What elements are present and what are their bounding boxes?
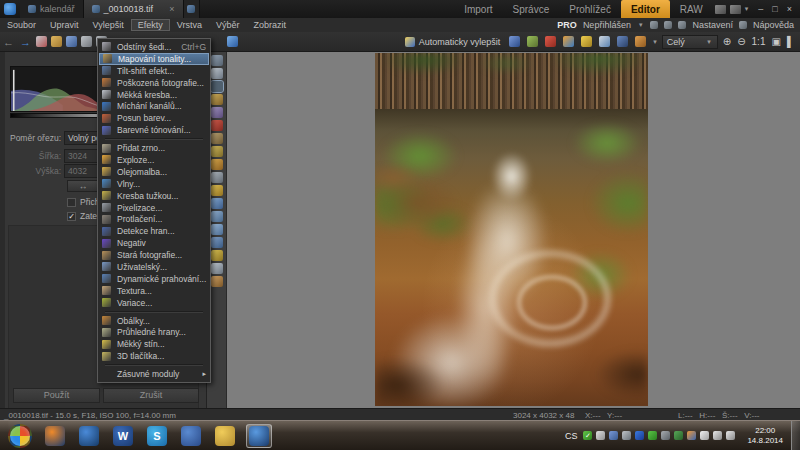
levels-icon[interactable] — [617, 36, 628, 47]
effects-menu-item[interactable]: Míchání kanálů... — [99, 100, 209, 112]
effects-menu-item[interactable]: Průhledné hrany... — [99, 326, 209, 338]
back-button[interactable]: ← — [3, 36, 14, 48]
brush-tool-icon[interactable] — [211, 159, 223, 170]
save-icon[interactable] — [66, 36, 77, 47]
straighten-tool-icon[interactable] — [211, 94, 223, 105]
extra-tab[interactable] — [184, 0, 200, 18]
effects-menu-item[interactable]: Negativ — [99, 237, 209, 249]
texture-tool-icon[interactable] — [211, 276, 223, 287]
word-taskbar-button[interactable]: W — [110, 424, 136, 448]
zoom-in-button[interactable]: ⊕ — [721, 36, 733, 47]
close-image-icon[interactable] — [36, 36, 47, 47]
updater-icon[interactable] — [674, 431, 683, 440]
rainbow-curve-icon[interactable] — [563, 36, 574, 47]
explorer-taskbar-button[interactable] — [212, 424, 238, 448]
minimize-button[interactable]: – — [758, 5, 763, 14]
mode-tab-prohlížeč[interactable]: Prohlížeč — [559, 0, 621, 18]
darken-checkbox[interactable]: ✓ — [67, 212, 76, 221]
menu-zobrazit[interactable]: Zobrazit — [246, 19, 293, 31]
editor-canvas[interactable] — [227, 52, 800, 408]
account-button[interactable]: Nepřihlášen — [583, 20, 631, 30]
info-icon[interactable] — [678, 21, 686, 29]
effects-menu-item[interactable]: 3D tlačítka... — [99, 350, 209, 362]
settings-button[interactable]: Nastavení — [692, 20, 733, 30]
menu-upravit[interactable]: Upravit — [43, 19, 86, 31]
effects-menu-item[interactable]: Kresba tužkou... — [99, 190, 209, 202]
width-input[interactable]: 3024 — [64, 149, 98, 163]
swap-dimensions-button[interactable]: ↔ — [67, 180, 99, 192]
effects-menu-item[interactable]: Zásuvné moduly▸ — [99, 368, 209, 380]
redeye-tool-icon[interactable] — [211, 120, 223, 131]
open-folder-icon[interactable] — [51, 36, 62, 47]
menu-výběr[interactable]: Výběr — [209, 19, 247, 31]
account-caret-icon[interactable]: ▾ — [639, 21, 643, 29]
display-profile-icon[interactable] — [730, 5, 741, 14]
firefox-taskbar-button[interactable] — [42, 424, 68, 448]
fill-tool-icon[interactable] — [211, 185, 223, 196]
polygon-select-tool-icon[interactable] — [211, 237, 223, 248]
bluetooth-icon[interactable] — [635, 431, 644, 440]
restore-button[interactable]: □ — [772, 5, 777, 14]
show-desktop-button[interactable] — [791, 421, 800, 450]
volume-icon[interactable] — [726, 431, 735, 440]
effects-menu-item[interactable]: Barevné tónování... — [99, 124, 209, 136]
zoner-studio-taskbar-button[interactable] — [246, 424, 272, 448]
print-icon[interactable] — [81, 36, 92, 47]
effects-menu-item[interactable]: Uživatelský... — [99, 261, 209, 273]
mode-tab-správce[interactable]: Správce — [503, 0, 560, 18]
zoom-100-button[interactable]: 1:1 — [750, 36, 768, 47]
effects-menu-item[interactable]: Variace... — [99, 297, 209, 309]
shapes-tool-icon[interactable] — [211, 263, 223, 274]
forward-button[interactable]: → — [20, 36, 31, 48]
language-indicator[interactable]: CS — [565, 431, 578, 441]
zoom-out-button[interactable]: ⊖ — [735, 36, 747, 47]
effects-menu-item[interactable]: Olejomalba... — [99, 166, 209, 178]
effects-menu-item[interactable]: Vlny... — [99, 178, 209, 190]
effects-menu-item[interactable]: Tilt-shift efekt... — [99, 65, 209, 77]
effects-menu-item[interactable]: Textura... — [99, 285, 209, 297]
lasso-tool-icon[interactable] — [211, 211, 223, 222]
pan-lock-button[interactable]: ▌ — [785, 36, 796, 47]
zoom-level-select[interactable]: Celý ▾ — [662, 35, 718, 49]
effects-menu-item[interactable]: Exploze... — [99, 154, 209, 166]
brush-caret-icon[interactable]: ▾ — [653, 38, 657, 46]
auto-enhance-button[interactable]: Automaticky vylepšit — [405, 37, 501, 47]
network-devices-icon[interactable] — [609, 431, 618, 440]
menu-vylepšit[interactable]: Vylepšit — [86, 19, 131, 31]
screenshare-icon[interactable] — [661, 431, 670, 440]
pencil-tool-icon[interactable] — [211, 250, 223, 261]
menu-vrstva[interactable]: Vrstva — [170, 19, 209, 31]
deform-tool-icon[interactable] — [211, 107, 223, 118]
network-signal-icon[interactable] — [713, 431, 722, 440]
messenger-icon[interactable] — [648, 431, 657, 440]
display-caret-icon[interactable]: ▾ — [745, 5, 749, 13]
action-center-flag-icon[interactable] — [700, 431, 709, 440]
retouch-brush-icon[interactable] — [635, 36, 646, 47]
height-input[interactable]: 4032 — [64, 164, 98, 178]
redeye-fix-icon[interactable] — [545, 36, 556, 47]
photo-gallery-taskbar-button[interactable] — [178, 424, 204, 448]
effects-menu-item[interactable]: Měkký stín... — [99, 338, 209, 350]
close-tab-icon[interactable]: × — [161, 4, 174, 14]
apply-button[interactable]: Použít — [13, 388, 100, 403]
menu-efekty[interactable]: Efekty — [131, 19, 170, 31]
help-button[interactable]: Nápověda — [753, 20, 794, 30]
clock[interactable]: 22:00 14.8.2014 — [747, 426, 783, 446]
document-tab[interactable]: kalendář — [20, 0, 84, 18]
effects-menu-item[interactable]: Obálky... — [99, 315, 209, 327]
snap-checkbox[interactable] — [67, 198, 76, 207]
effects-menu-item[interactable]: Odstíny šedi...Ctrl+G — [99, 41, 209, 53]
zoom-fit-button[interactable]: ▣ — [769, 36, 782, 47]
quick-export-icon[interactable] — [509, 36, 520, 47]
antivirus-icon[interactable]: ✓ — [583, 431, 592, 440]
mode-tab-editor[interactable]: Editor — [621, 0, 670, 18]
white-balance-icon[interactable] — [599, 36, 610, 47]
wand-tool-icon[interactable] — [211, 224, 223, 235]
effects-menu-item[interactable]: Mapování tonality... — [99, 53, 209, 65]
panel-layout-icon[interactable] — [227, 36, 238, 47]
pin-icon[interactable] — [650, 21, 658, 29]
menu-soubor[interactable]: Soubor — [0, 19, 43, 31]
iron-tool-icon[interactable] — [211, 146, 223, 157]
effects-menu-item[interactable]: Dynamické prahování... — [99, 273, 209, 285]
effects-menu-item[interactable]: Detekce hran... — [99, 225, 209, 237]
